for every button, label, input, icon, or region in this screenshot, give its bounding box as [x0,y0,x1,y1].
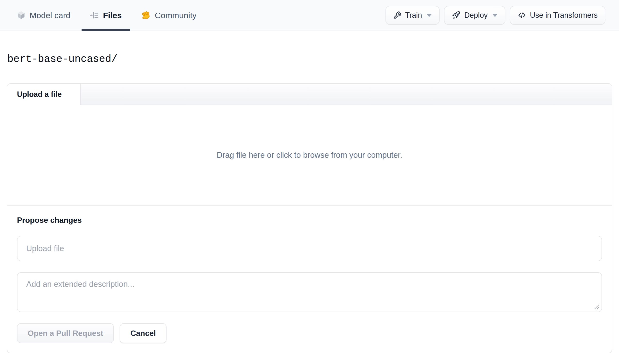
tab-community[interactable]: Community [133,0,205,30]
upload-file-input[interactable] [17,236,602,261]
card-tab-bar-filler [81,84,612,105]
repo-tabs: Model card Files [8,0,205,30]
propose-changes-section: Propose changes Open a Pull Request Canc… [7,206,612,353]
topbar-actions: Train Deploy Use in Transformers [385,0,605,30]
files-list-icon [90,11,99,20]
upload-card: Upload a file Drag file here or click to… [7,83,612,353]
train-button[interactable]: Train [385,6,440,25]
upload-a-file-tab[interactable]: Upload a file [7,84,81,105]
tab-label: Model card [30,11,70,20]
code-icon [518,11,526,20]
button-label: Use in Transformers [530,11,598,20]
tab-label: Files [103,11,122,20]
open-pull-request-button[interactable]: Open a Pull Request [17,323,114,343]
caret-down-icon [492,14,498,17]
resize-handle-icon[interactable] [593,303,600,310]
propose-changes-heading: Propose changes [17,216,602,225]
description-textarea[interactable] [17,272,602,312]
cancel-button[interactable]: Cancel [120,323,167,343]
caret-down-icon [426,14,432,17]
description-field-wrap [17,272,602,312]
button-label: Deploy [464,11,488,20]
tab-label: Community [155,11,197,20]
tab-label: Upload a file [17,90,62,99]
topbar: Model card Files [0,0,619,31]
deploy-button[interactable]: Deploy [444,6,506,25]
active-tab-underline [82,29,130,31]
propose-actions: Open a Pull Request Cancel [17,323,602,343]
cube-icon [16,11,26,20]
dropzone-text: Drag file here or click to browse from y… [217,151,402,160]
tab-model-card[interactable]: Model card [8,0,79,30]
wrench-icon [393,11,402,19]
repo-path: bert-base-uncased/ [0,52,619,66]
file-dropzone[interactable]: Drag file here or click to browse from y… [7,105,612,206]
card-tab-bar: Upload a file [7,84,612,105]
waving-hand-icon [141,10,151,20]
rocket-icon [452,11,461,20]
use-in-transformers-button[interactable]: Use in Transformers [510,6,605,25]
tab-files[interactable]: Files [82,0,130,30]
button-label: Train [405,11,422,20]
